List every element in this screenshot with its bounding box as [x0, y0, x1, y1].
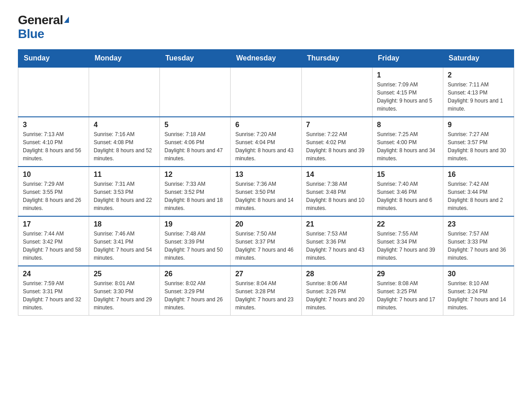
- calendar-day-header: Friday: [372, 49, 443, 67]
- calendar-cell: 29Sunrise: 8:08 AMSunset: 3:25 PMDayligh…: [372, 266, 443, 316]
- day-info: Sunrise: 7:22 AMSunset: 4:02 PMDaylight:…: [306, 130, 368, 163]
- calendar-cell: 13Sunrise: 7:36 AMSunset: 3:50 PMDayligh…: [231, 167, 301, 216]
- calendar-day-header: Saturday: [443, 49, 514, 67]
- calendar-cell: 8Sunrise: 7:25 AMSunset: 4:00 PMDaylight…: [372, 117, 443, 167]
- calendar-cell: 14Sunrise: 7:38 AMSunset: 3:48 PMDayligh…: [301, 167, 372, 216]
- calendar-cell: [160, 67, 231, 117]
- calendar-cell: 10Sunrise: 7:29 AMSunset: 3:55 PMDayligh…: [18, 167, 89, 216]
- day-info: Sunrise: 7:29 AMSunset: 3:55 PMDaylight:…: [23, 180, 84, 212]
- calendar-cell: 3Sunrise: 7:13 AMSunset: 4:10 PMDaylight…: [18, 117, 89, 167]
- day-number: 8: [377, 121, 438, 129]
- day-number: 10: [23, 171, 84, 179]
- calendar-cell: 18Sunrise: 7:46 AMSunset: 3:41 PMDayligh…: [89, 216, 160, 266]
- day-info: Sunrise: 7:48 AMSunset: 3:39 PMDaylight:…: [164, 230, 226, 262]
- calendar-cell: 15Sunrise: 7:40 AMSunset: 3:46 PMDayligh…: [372, 167, 443, 216]
- calendar-cell: [89, 67, 160, 117]
- calendar-cell: 25Sunrise: 8:01 AMSunset: 3:30 PMDayligh…: [89, 266, 160, 316]
- day-info: Sunrise: 7:55 AMSunset: 3:34 PMDaylight:…: [377, 230, 438, 262]
- day-info: Sunrise: 7:40 AMSunset: 3:46 PMDaylight:…: [377, 180, 438, 212]
- calendar-week-row: 10Sunrise: 7:29 AMSunset: 3:55 PMDayligh…: [18, 167, 514, 216]
- day-info: Sunrise: 7:13 AMSunset: 4:10 PMDaylight:…: [23, 130, 84, 163]
- calendar-week-row: 17Sunrise: 7:44 AMSunset: 3:42 PMDayligh…: [18, 216, 514, 266]
- day-number: 2: [448, 71, 509, 79]
- day-number: 18: [94, 220, 155, 228]
- calendar-cell: 23Sunrise: 7:57 AMSunset: 3:33 PMDayligh…: [443, 216, 514, 266]
- day-number: 11: [94, 171, 155, 179]
- calendar-cell: 6Sunrise: 7:20 AMSunset: 4:04 PMDaylight…: [231, 117, 301, 167]
- calendar-cell: 30Sunrise: 8:10 AMSunset: 3:24 PMDayligh…: [443, 266, 514, 316]
- day-number: 22: [377, 220, 438, 228]
- day-number: 4: [94, 121, 155, 129]
- day-number: 7: [306, 121, 368, 129]
- day-number: 12: [164, 171, 226, 179]
- day-number: 16: [448, 171, 509, 179]
- day-info: Sunrise: 7:33 AMSunset: 3:52 PMDaylight:…: [164, 180, 226, 212]
- day-info: Sunrise: 8:04 AMSunset: 3:28 PMDaylight:…: [235, 279, 296, 312]
- day-number: 13: [235, 171, 296, 179]
- day-number: 28: [306, 270, 368, 278]
- day-number: 17: [23, 220, 84, 228]
- calendar-cell: [231, 67, 301, 117]
- calendar-cell: [301, 67, 372, 117]
- day-number: 15: [377, 171, 438, 179]
- day-number: 6: [235, 121, 296, 129]
- calendar-week-row: 1Sunrise: 7:09 AMSunset: 4:15 PMDaylight…: [18, 67, 514, 117]
- calendar-cell: 22Sunrise: 7:55 AMSunset: 3:34 PMDayligh…: [372, 216, 443, 266]
- day-number: 24: [23, 270, 84, 278]
- calendar-cell: 7Sunrise: 7:22 AMSunset: 4:02 PMDaylight…: [301, 117, 372, 167]
- logo-blue: Blue: [18, 27, 44, 41]
- day-info: Sunrise: 8:10 AMSunset: 3:24 PMDaylight:…: [448, 279, 509, 312]
- day-info: Sunrise: 7:59 AMSunset: 3:31 PMDaylight:…: [23, 279, 84, 312]
- calendar-header-row: SundayMondayTuesdayWednesdayThursdayFrid…: [18, 49, 514, 67]
- calendar-cell: 1Sunrise: 7:09 AMSunset: 4:15 PMDaylight…: [372, 67, 443, 117]
- calendar-cell: 2Sunrise: 7:11 AMSunset: 4:13 PMDaylight…: [443, 67, 514, 117]
- day-info: Sunrise: 7:31 AMSunset: 3:53 PMDaylight:…: [94, 180, 155, 212]
- calendar-cell: 12Sunrise: 7:33 AMSunset: 3:52 PMDayligh…: [160, 167, 231, 216]
- day-info: Sunrise: 7:25 AMSunset: 4:00 PMDaylight:…: [377, 130, 438, 163]
- calendar-cell: 20Sunrise: 7:50 AMSunset: 3:37 PMDayligh…: [231, 216, 301, 266]
- day-info: Sunrise: 8:02 AMSunset: 3:29 PMDaylight:…: [164, 279, 226, 312]
- calendar-week-row: 24Sunrise: 7:59 AMSunset: 3:31 PMDayligh…: [18, 266, 514, 316]
- day-info: Sunrise: 7:09 AMSunset: 4:15 PMDaylight:…: [377, 81, 438, 113]
- calendar-cell: 17Sunrise: 7:44 AMSunset: 3:42 PMDayligh…: [18, 216, 89, 266]
- day-info: Sunrise: 7:16 AMSunset: 4:08 PMDaylight:…: [94, 130, 155, 163]
- calendar-day-header: Thursday: [301, 49, 372, 67]
- day-info: Sunrise: 8:08 AMSunset: 3:25 PMDaylight:…: [377, 279, 438, 312]
- calendar-cell: 5Sunrise: 7:18 AMSunset: 4:06 PMDaylight…: [160, 117, 231, 167]
- calendar-day-header: Tuesday: [160, 49, 231, 67]
- day-info: Sunrise: 7:46 AMSunset: 3:41 PMDaylight:…: [94, 230, 155, 262]
- calendar-cell: 16Sunrise: 7:42 AMSunset: 3:44 PMDayligh…: [443, 167, 514, 216]
- calendar-cell: 9Sunrise: 7:27 AMSunset: 3:57 PMDaylight…: [443, 117, 514, 167]
- day-info: Sunrise: 8:01 AMSunset: 3:30 PMDaylight:…: [94, 279, 155, 312]
- day-number: 21: [306, 220, 368, 228]
- day-info: Sunrise: 7:50 AMSunset: 3:37 PMDaylight:…: [235, 230, 296, 262]
- day-number: 27: [235, 270, 296, 278]
- day-info: Sunrise: 7:44 AMSunset: 3:42 PMDaylight:…: [23, 230, 84, 262]
- day-info: Sunrise: 7:11 AMSunset: 4:13 PMDaylight:…: [448, 81, 509, 113]
- day-number: 29: [377, 270, 438, 278]
- day-number: 5: [164, 121, 226, 129]
- day-info: Sunrise: 8:06 AMSunset: 3:26 PMDaylight:…: [306, 279, 368, 312]
- calendar-table: SundayMondayTuesdayWednesdayThursdayFrid…: [18, 49, 514, 316]
- calendar-day-header: Wednesday: [231, 49, 301, 67]
- day-info: Sunrise: 7:20 AMSunset: 4:04 PMDaylight:…: [235, 130, 296, 163]
- logo-arrow-icon: [64, 17, 69, 23]
- calendar-cell: 28Sunrise: 8:06 AMSunset: 3:26 PMDayligh…: [301, 266, 372, 316]
- calendar-cell: [18, 67, 89, 117]
- logo: General Blue: [18, 13, 69, 41]
- calendar-week-row: 3Sunrise: 7:13 AMSunset: 4:10 PMDaylight…: [18, 117, 514, 167]
- day-number: 26: [164, 270, 226, 278]
- day-number: 14: [306, 171, 368, 179]
- day-number: 19: [164, 220, 226, 228]
- calendar-day-header: Monday: [89, 49, 160, 67]
- day-number: 3: [23, 121, 84, 129]
- page-header: General Blue: [18, 13, 514, 41]
- day-info: Sunrise: 7:53 AMSunset: 3:36 PMDaylight:…: [306, 230, 368, 262]
- calendar-cell: 26Sunrise: 8:02 AMSunset: 3:29 PMDayligh…: [160, 266, 231, 316]
- calendar-day-header: Sunday: [18, 49, 89, 67]
- day-info: Sunrise: 7:38 AMSunset: 3:48 PMDaylight:…: [306, 180, 368, 212]
- day-info: Sunrise: 7:27 AMSunset: 3:57 PMDaylight:…: [448, 130, 509, 163]
- calendar-cell: 24Sunrise: 7:59 AMSunset: 3:31 PMDayligh…: [18, 266, 89, 316]
- day-number: 9: [448, 121, 509, 129]
- day-number: 20: [235, 220, 296, 228]
